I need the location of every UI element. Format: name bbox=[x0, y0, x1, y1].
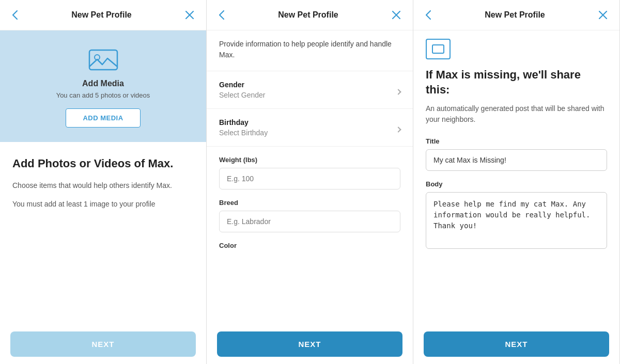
panel3-header: New Pet Profile bbox=[413, 0, 619, 30]
add-media-button[interactable]: ADD MEDIA bbox=[66, 108, 140, 128]
panel1-content: Add Media You can add 5 photos or videos… bbox=[0, 30, 206, 324]
panel1-close-button[interactable] bbox=[183, 9, 196, 21]
gender-value: Select Gender bbox=[219, 91, 400, 99]
panel2-header: New Pet Profile bbox=[207, 0, 413, 30]
svg-rect-0 bbox=[89, 50, 117, 70]
missing-heading: If Max is missing, we'll share this: bbox=[426, 68, 607, 97]
title-label: Title bbox=[426, 137, 607, 145]
gender-label: Gender bbox=[219, 81, 400, 89]
panel-3: New Pet Profile If Max is missing, we'll… bbox=[413, 0, 620, 364]
panel2-title: New Pet Profile bbox=[278, 10, 338, 20]
title-input[interactable] bbox=[426, 149, 607, 171]
birthday-row[interactable]: Birthday Select Birthday bbox=[207, 109, 413, 147]
panel2-footer: NEXT bbox=[207, 324, 413, 364]
panel3-close-button[interactable] bbox=[597, 9, 609, 21]
media-subtitle: You can add 5 photos or videos bbox=[56, 91, 150, 99]
panel3-next-button[interactable]: NEXT bbox=[424, 331, 609, 357]
panel2-content: Provide information to help people ident… bbox=[207, 30, 413, 324]
panel2-back-button[interactable] bbox=[217, 8, 226, 22]
image-icon bbox=[88, 47, 119, 73]
weight-label: Weight (lbs) bbox=[219, 156, 400, 164]
body-label: Body bbox=[426, 180, 607, 188]
birthday-label: Birthday bbox=[219, 118, 400, 126]
panel3-footer: NEXT bbox=[413, 324, 619, 364]
panel1-title: New Pet Profile bbox=[71, 10, 131, 20]
panel1-next-button[interactable]: NEXT bbox=[10, 331, 196, 357]
panel3-back-button[interactable] bbox=[424, 8, 433, 22]
panel2-close-button[interactable] bbox=[390, 9, 402, 21]
birthday-value: Select Birthday bbox=[219, 129, 400, 137]
panel-2: New Pet Profile Provide information to h… bbox=[207, 0, 413, 364]
weight-section: Weight (lbs) Breed bbox=[207, 147, 413, 242]
media-title: Add Media bbox=[82, 79, 124, 88]
svg-rect-2 bbox=[432, 45, 444, 53]
media-section: Add Media You can add 5 photos or videos… bbox=[0, 30, 206, 142]
panel1-header: New Pet Profile bbox=[0, 0, 206, 30]
missing-box-icon bbox=[426, 39, 451, 59]
panel3-title: New Pet Profile bbox=[485, 10, 545, 20]
breed-input[interactable] bbox=[219, 211, 400, 232]
panel1-text: Add Photos or Videos of Max. Choose item… bbox=[0, 142, 206, 229]
color-label: Color bbox=[207, 242, 413, 249]
body-textarea[interactable] bbox=[426, 192, 607, 249]
panel1-desc1: Choose items that would help others iden… bbox=[12, 180, 194, 191]
panel2-next-button[interactable]: NEXT bbox=[217, 331, 402, 357]
panel-1: New Pet Profile Add Media You can add 5 … bbox=[0, 0, 207, 364]
panel1-heading: Add Photos or Videos of Max. bbox=[12, 156, 194, 171]
missing-desc: An automatically generated post that wil… bbox=[426, 103, 607, 125]
panel1-footer: NEXT bbox=[0, 324, 206, 364]
gender-row[interactable]: Gender Select Gender bbox=[207, 71, 413, 109]
panel3-inner: If Max is missing, we'll share this: An … bbox=[413, 30, 619, 263]
weight-input[interactable] bbox=[219, 168, 400, 189]
panel3-content: If Max is missing, we'll share this: An … bbox=[413, 30, 619, 324]
panel2-info: Provide information to help people ident… bbox=[207, 30, 413, 71]
panel1-back-button[interactable] bbox=[10, 8, 20, 22]
panel1-desc2: You must add at least 1 image to your pr… bbox=[12, 198, 194, 210]
breed-label: Breed bbox=[219, 199, 400, 207]
